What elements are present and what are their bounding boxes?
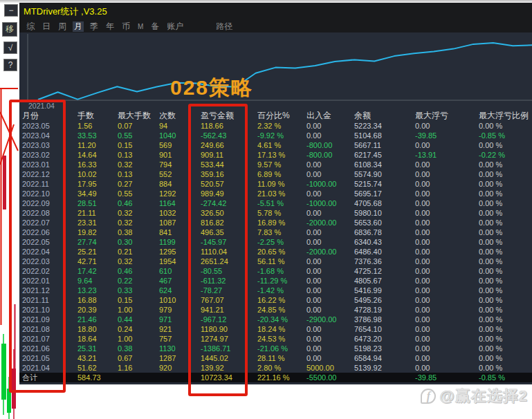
table-row[interactable]: 2021.1213.230.33624-78.27-1.42 %0.005416… [22,286,532,295]
table-row[interactable]: 2022.019.640.22467-611.32-11.29 %0.00480… [22,276,532,286]
table-cell: 584.73 [77,373,118,382]
table-cell: 0.00 [415,286,479,295]
minimize-button[interactable]: − [4,4,18,17]
table-row[interactable]: 2021.0718.641.007571274.9724.53 %0.00647… [22,334,532,344]
table-header-cell: 余额 [354,110,415,121]
table-cell: 0.00 % [479,315,532,324]
table-cell: 17.13 % [257,150,306,160]
table-header-cell: 最大浮亏 [415,110,479,121]
table-cell: 0.32 [118,160,159,169]
table-row[interactable]: 2022.0342.710.3219542651.2456.11 %0.0073… [22,257,532,266]
table-row[interactable]: 2021.0625.310.381130-1386.71-21.06 %0.00… [22,344,532,353]
table-row[interactable]: 2021.0451.621.16920139.922.80 %5000.0051… [22,363,532,373]
table-cell: -800.00 [306,150,354,160]
menu-item-月[interactable]: 月 [73,21,84,32]
table-cell: -1.42 % [257,286,306,295]
table-row[interactable]: 2021.0543.210.6712871445.0228.11 %0.0065… [22,353,532,363]
menu-item-日[interactable]: 日 [41,21,52,32]
table-row[interactable]: 2022.0425.210.2112951110.0420.65 %-2000.… [22,247,532,257]
table-cell: 0.00 [415,140,479,150]
table-cell: 0.00 % [479,295,532,305]
table-cell: 20.39 [77,305,118,315]
table-row[interactable]: 2023.0116.330.32794533.449.57 %0.006108.… [22,160,532,169]
menu-item-币[interactable]: 币 [120,21,131,32]
table-cell: 6473.20 [354,334,415,344]
table-row[interactable]: 2023.0311.200.15569249.664.61 %-800.0056… [22,140,532,150]
table-cell: 0.32 [118,218,159,227]
equity-chart: 028策略 2021.04 [19,32,532,110]
table-cell: 24.85 % [257,305,306,315]
table-row[interactable]: 2022.0527.740.301199-145.97-2.25 %0.0063… [22,237,532,247]
table-cell: 4805.67 [354,276,415,286]
table-cell: 3786.98 [354,315,415,324]
table-cell: 0.00 [415,276,479,286]
table-row[interactable]: 2021.1116.880.151010767.0716.22 %0.00549… [22,295,532,305]
table-cell: -800.00 [306,140,354,150]
menu-item-季[interactable]: 季 [89,21,100,32]
table-cell: 16.33 [77,160,118,169]
table-cell: 0.00 % [479,140,532,150]
table-cell: 34.49 [77,189,118,198]
strategy-title: 028策略 [170,74,253,102]
table-row[interactable]: 2023.051.560.0794118.662.32 %0.005223.34… [22,121,532,131]
menu-item-综[interactable]: 综 [25,21,36,32]
table-cell: -20.34 % [257,315,306,324]
path-button[interactable]: 路径 [216,21,232,32]
table-row[interactable]: 2022.0723.310.321087816.8216.89 %-2000.0… [22,218,532,227]
highlight-rect-month-column [9,100,66,393]
table-cell: 9.57 % [257,160,306,169]
table-cell: -2.25 % [257,237,306,247]
table-row[interactable]: 2021.0921.460.44971-967.12-20.34 %-2900.… [22,315,532,324]
table-row[interactable]: 2023.0214.640.13901909.1117.13 %-800.006… [22,150,532,160]
table-cell: 0.00 [306,266,354,276]
table-row[interactable]: 2022.0217.420.46610-80.55-1.68 %0.004725… [22,266,532,276]
table-cell: 0.00 [415,169,479,179]
table-cell: 0.00 [415,121,479,131]
menu-item-年[interactable]: 年 [104,21,116,32]
table-cell: -5500.00 [306,373,354,382]
table-cell: 5104.68 [354,131,415,140]
table-cell: -0.85 % [479,373,532,382]
table-row[interactable]: 2022.0619.820.38841496.357.83 %0.006836.… [22,227,532,237]
table-row[interactable]: 2022.1117.950.27884520.5711.09 %-1000.00… [22,179,532,189]
table-row[interactable]: 2022.1210.020.13552359.166.89 %0.005574.… [22,169,532,179]
menu-item-备[interactable]: 备 [149,21,160,32]
table-cell: 18.64 [77,334,118,344]
table-row[interactable]: 2021.0818.800.249211180.9018.24 %0.00765… [22,324,532,334]
table-cell: 0.00 [306,276,354,286]
table-cell: 0.00 [306,257,354,266]
table-cell: 0.00 [415,353,479,363]
help-button[interactable]: ? [3,59,17,71]
menu-item-周[interactable]: 周 [57,21,68,32]
table-cell: 9.64 [77,276,118,286]
table-cell: 0.00 % [479,189,532,198]
table-row[interactable]: 2022.0821.110.321032326.505.78 %0.005980… [22,208,532,218]
table-cell: 0.00 [415,208,479,218]
table-row[interactable]: 2022.0928.510.461164-274.42-5.51 %-1000.… [22,198,532,208]
table-cell: 0.00 [415,237,479,247]
table-cell: 6836.78 [354,227,415,237]
move-button[interactable]: 移 [2,22,17,37]
table-cell: 28.51 [77,198,118,208]
table-cell: 0.46 [118,198,159,208]
table-cell: 0.46 [118,266,159,276]
table-cell: 0.00 [306,121,354,131]
table-cell: 0.13 [118,169,159,179]
table-cell: 0.22 [118,276,159,286]
table-cell: 17.42 [77,266,118,276]
menu-item-账户[interactable]: 账户 [165,21,185,32]
table-row[interactable]: 2021.1020.391.00979941.2124.85 %0.004728… [22,305,532,315]
table-cell: 0.00 [415,257,479,266]
table-row[interactable]: 2023.0433.530.551040-562.43-9.92 %0.0051… [22,131,532,140]
check-button[interactable]: √ [3,41,17,54]
table-cell: 1.00 [118,334,159,344]
table-cell: 43.21 [77,353,118,363]
table-cell: 56.11 % [257,257,306,266]
menu-item-M[interactable]: M [136,21,145,32]
table-row[interactable]: 2022.1034.490.551292989.4921.03 %0.00569… [22,189,532,198]
table-cell: 0.00 % [479,179,532,189]
table-cell: 0.00 % [479,218,532,227]
watermark-logo-icon: f [421,389,436,404]
table-cell: 0.38 [118,344,159,353]
table-total-row[interactable]: 合计584.7310723.34221.16 %-5500.00-39.85-0… [19,373,532,382]
